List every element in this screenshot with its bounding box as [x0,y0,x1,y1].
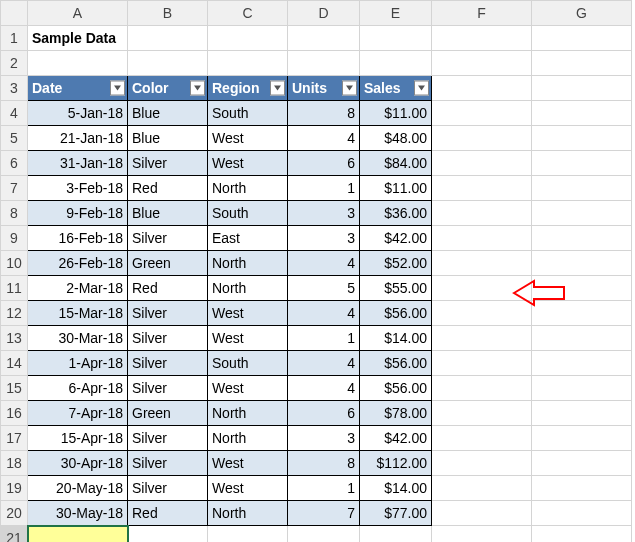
col-header-C[interactable]: C [208,1,288,26]
col-header-G[interactable]: G [532,1,632,26]
cell-region[interactable]: North [208,401,288,426]
cell-sales[interactable]: $11.00 [360,101,432,126]
cell-D1[interactable] [288,26,360,51]
row-header-21[interactable]: 21 [1,526,28,543]
col-header-F[interactable]: F [432,1,532,26]
cell-E21[interactable] [360,526,432,543]
cell-G2[interactable] [532,51,632,76]
cell-date[interactable]: 3-Feb-18 [28,176,128,201]
row-header-3[interactable]: 3 [1,76,28,101]
row-header-18[interactable]: 18 [1,451,28,476]
cell-F2[interactable] [432,51,532,76]
cell-date[interactable]: 20-May-18 [28,476,128,501]
cell-date[interactable]: 30-May-18 [28,501,128,526]
cell-G15[interactable] [532,376,632,401]
table-header-date[interactable]: Date [28,76,128,101]
row-header-17[interactable]: 17 [1,426,28,451]
cell-sales[interactable]: $14.00 [360,476,432,501]
cell-G8[interactable] [532,201,632,226]
cell-F10[interactable] [432,251,532,276]
cell-F6[interactable] [432,151,532,176]
cell-sales[interactable]: $48.00 [360,126,432,151]
cell-region[interactable]: North [208,501,288,526]
cell-date[interactable]: 30-Mar-18 [28,326,128,351]
cell-color[interactable]: Red [128,276,208,301]
cell-units[interactable]: 3 [288,201,360,226]
cell-region[interactable]: West [208,301,288,326]
cell-date[interactable]: 9-Feb-18 [28,201,128,226]
cell-A21[interactable] [28,526,128,543]
cell-E2[interactable] [360,51,432,76]
cell-sales[interactable]: $36.00 [360,201,432,226]
cell-region[interactable]: West [208,326,288,351]
cell-color[interactable]: Silver [128,351,208,376]
cell-color[interactable]: Silver [128,326,208,351]
cell-units[interactable]: 8 [288,451,360,476]
cell-F19[interactable] [432,476,532,501]
cell-G11[interactable] [532,276,632,301]
cell-region[interactable]: North [208,176,288,201]
cell-F1[interactable] [432,26,532,51]
cell-F21[interactable] [432,526,532,543]
cell-date[interactable]: 21-Jan-18 [28,126,128,151]
cell-region[interactable]: North [208,251,288,276]
row-header-12[interactable]: 12 [1,301,28,326]
cell-units[interactable]: 4 [288,251,360,276]
cell-date[interactable]: 1-Apr-18 [28,351,128,376]
row-header-10[interactable]: 10 [1,251,28,276]
cell-sales[interactable]: $112.00 [360,451,432,476]
cell-A1[interactable]: Sample Data [28,26,128,51]
cell-units[interactable]: 4 [288,351,360,376]
cell-sales[interactable]: $14.00 [360,326,432,351]
cell-C21[interactable] [208,526,288,543]
cell-color[interactable]: Silver [128,151,208,176]
table-header-color[interactable]: Color [128,76,208,101]
row-header-2[interactable]: 2 [1,51,28,76]
cell-F16[interactable] [432,401,532,426]
cell-D2[interactable] [288,51,360,76]
cell-G21[interactable] [532,526,632,543]
row-header-8[interactable]: 8 [1,201,28,226]
cell-region[interactable]: East [208,226,288,251]
row-header-1[interactable]: 1 [1,26,28,51]
cell-units[interactable]: 7 [288,501,360,526]
cell-region[interactable]: South [208,101,288,126]
cell-D21[interactable] [288,526,360,543]
cell-sales[interactable]: $42.00 [360,226,432,251]
cell-sales[interactable]: $55.00 [360,276,432,301]
cell-G7[interactable] [532,176,632,201]
filter-dropdown-sales[interactable] [414,81,429,96]
table-header-region[interactable]: Region [208,76,288,101]
cell-G18[interactable] [532,451,632,476]
cell-region[interactable]: North [208,276,288,301]
cell-color[interactable]: Green [128,401,208,426]
table-header-units[interactable]: Units [288,76,360,101]
cell-A2[interactable] [28,51,128,76]
row-header-9[interactable]: 9 [1,226,28,251]
filter-dropdown-date[interactable] [110,81,125,96]
cell-G13[interactable] [532,326,632,351]
cell-color[interactable]: Silver [128,376,208,401]
row-header-13[interactable]: 13 [1,326,28,351]
cell-G19[interactable] [532,476,632,501]
cell-C2[interactable] [208,51,288,76]
cell-units[interactable]: 1 [288,326,360,351]
cell-F17[interactable] [432,426,532,451]
filter-dropdown-color[interactable] [190,81,205,96]
col-header-A[interactable]: A [28,1,128,26]
cell-C1[interactable] [208,26,288,51]
cell-B2[interactable] [128,51,208,76]
cell-F3[interactable] [432,76,532,101]
cell-sales[interactable]: $56.00 [360,376,432,401]
cell-F8[interactable] [432,201,532,226]
row-header-11[interactable]: 11 [1,276,28,301]
cell-date[interactable]: 6-Apr-18 [28,376,128,401]
select-all-corner[interactable] [1,1,28,26]
cell-F12[interactable] [432,301,532,326]
cell-units[interactable]: 6 [288,151,360,176]
filter-dropdown-units[interactable] [342,81,357,96]
cell-sales[interactable]: $52.00 [360,251,432,276]
cell-color[interactable]: Silver [128,476,208,501]
cell-G10[interactable] [532,251,632,276]
cell-date[interactable]: 30-Apr-18 [28,451,128,476]
